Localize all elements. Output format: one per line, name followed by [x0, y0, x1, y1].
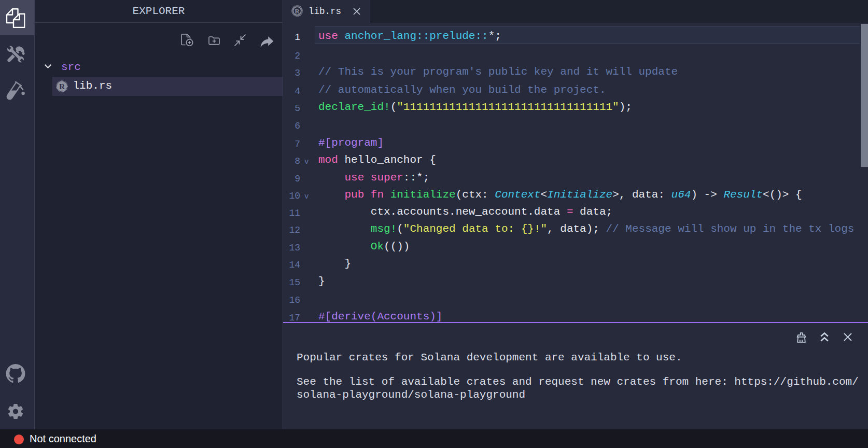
svg-text:R: R [59, 82, 65, 91]
svg-text:R: R [295, 7, 300, 15]
